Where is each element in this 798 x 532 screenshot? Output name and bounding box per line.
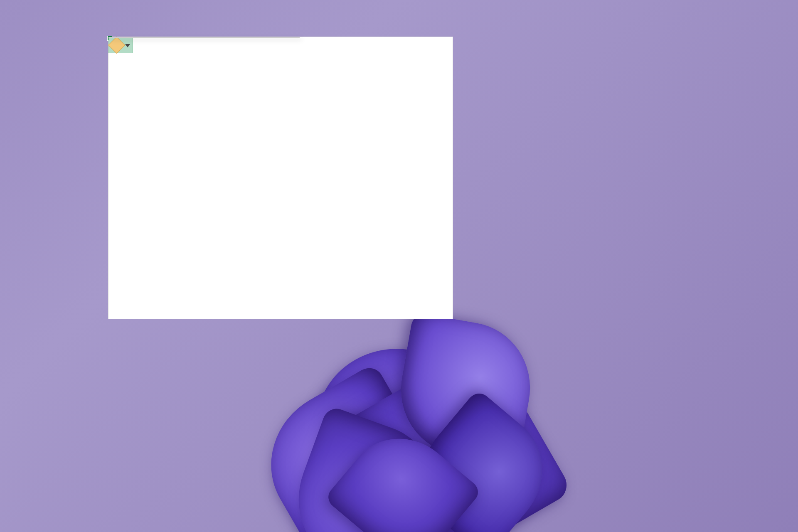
spreadsheet-window bbox=[108, 37, 453, 319]
error-smart-tag-button[interactable] bbox=[108, 37, 133, 53]
warning-icon bbox=[108, 37, 125, 54]
fade-overlay bbox=[440, 37, 453, 319]
chevron-down-icon bbox=[125, 44, 130, 47]
error-context-menu bbox=[108, 37, 300, 38]
